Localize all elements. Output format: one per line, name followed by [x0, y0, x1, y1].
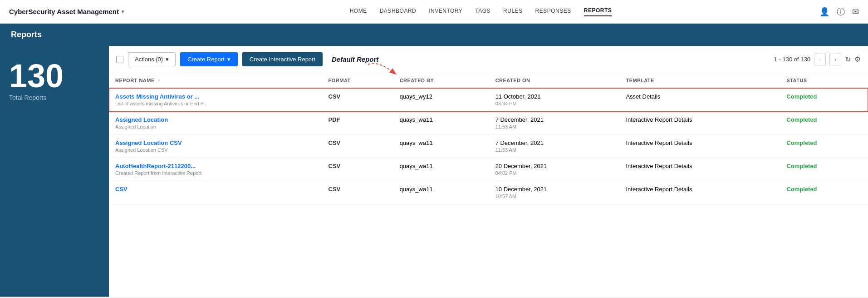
cell-template-2: Interactive Report Details: [619, 135, 780, 158]
report-sub-1: Assigned Location: [115, 124, 316, 129]
nav-link-inventory[interactable]: INVENTORY: [429, 8, 462, 16]
col-report-name[interactable]: REPORT NAME ↑: [109, 73, 322, 88]
nav-link-rules[interactable]: RULES: [503, 8, 523, 16]
app-title[interactable]: CyberSecurity Asset Management ▾: [9, 8, 124, 15]
cell-name-2: Assigned Location CSV Assigned Location …: [109, 135, 322, 158]
report-link-3[interactable]: AutoHealthReport-2112200...: [115, 163, 316, 169]
table-row[interactable]: Assigned Location Assigned Location PDF …: [109, 112, 868, 135]
help-icon[interactable]: ⓘ: [837, 6, 845, 17]
table-row[interactable]: AutoHealthReport-2112200... Created Repo…: [109, 158, 868, 181]
refresh-icon[interactable]: ↻: [845, 55, 851, 64]
cell-template-3: Interactive Report Details: [619, 158, 780, 181]
actions-label: Actions (0): [135, 56, 163, 63]
cell-format-1: PDF: [322, 112, 393, 135]
cell-template-4: Interactive Report Details: [619, 181, 780, 204]
col-format: FORMAT: [322, 73, 393, 88]
cell-name-3: AutoHealthReport-2112200... Created Repo…: [109, 158, 322, 181]
cell-created-on-3: 20 December, 2021 04:02 PM: [489, 158, 620, 181]
pagination-text: 1 - 130 of 130: [774, 56, 810, 63]
cell-format-3: CSV: [322, 158, 393, 181]
cell-status-1: Completed: [780, 112, 868, 135]
toolbar: Actions (0) ▾ Create Report ▾ Create Int…: [109, 46, 868, 73]
cell-created-by-0: quays_wy12: [393, 88, 489, 112]
cell-time-4: 10:57 AM: [495, 194, 516, 199]
report-link-4[interactable]: CSV: [115, 186, 316, 193]
create-report-chevron: ▾: [227, 56, 230, 63]
table-row[interactable]: Assets Missing Antivirus or ... List of …: [109, 88, 868, 112]
nav-icons: 👤 ⓘ ✉: [819, 6, 859, 17]
cell-created-by-2: quays_wa11: [393, 135, 489, 158]
col-created-by: CREATED BY: [393, 73, 489, 88]
report-link-2[interactable]: Assigned Location CSV: [115, 139, 316, 146]
cell-status-2: Completed: [780, 135, 868, 158]
prev-page-button[interactable]: ‹: [814, 54, 826, 65]
next-page-button[interactable]: ›: [829, 54, 841, 65]
create-report-label: Create Report: [187, 56, 225, 63]
cell-template-0: Asset Details: [619, 88, 780, 112]
col-status: STATUS: [780, 73, 868, 88]
page-header: Reports: [0, 24, 868, 46]
cell-time-2: 11:53 AM: [495, 147, 516, 153]
select-all-checkbox[interactable]: [116, 56, 123, 63]
cell-created-on-0: 11 October, 2021 03:34 PM: [489, 88, 620, 112]
top-navigation: CyberSecurity Asset Management ▾ HOMEDAS…: [0, 0, 868, 24]
report-sub-3: Created Report from Interactive Report: [115, 170, 316, 176]
pagination-info: 1 - 130 of 130 ‹ › ↻ ⚙: [774, 54, 861, 65]
cell-time-1: 11:53 AM: [495, 124, 516, 129]
sidebar: 130 Total Reports: [0, 46, 109, 297]
reports-table: REPORT NAME ↑ FORMAT CREATED BY CREATED …: [109, 73, 868, 204]
cell-time-0: 03:34 PM: [495, 101, 517, 106]
cell-status-3: Completed: [780, 158, 868, 181]
create-report-button[interactable]: Create Report ▾: [180, 52, 238, 66]
create-interactive-label: Create Interactive Report: [250, 56, 315, 63]
cell-format-4: CSV: [322, 181, 393, 204]
cell-name-0: Assets Missing Antivirus or ... List of …: [109, 88, 322, 112]
create-interactive-report-button[interactable]: Create Interactive Report: [242, 52, 323, 66]
cell-status-0: Completed: [780, 88, 868, 112]
cell-status-4: Completed: [780, 181, 868, 204]
nav-link-dashboard[interactable]: DASHBOARD: [380, 8, 417, 16]
table-body: Assets Missing Antivirus or ... List of …: [109, 88, 868, 204]
cell-created-on-1: 7 December, 2021 11:53 AM: [489, 112, 620, 135]
page-title: Reports: [11, 30, 42, 39]
actions-button[interactable]: Actions (0) ▾: [128, 52, 176, 66]
settings-icon[interactable]: ⚙: [854, 55, 861, 64]
cell-created-by-3: quays_wa11: [393, 158, 489, 181]
cell-format-0: CSV: [322, 88, 393, 112]
cell-name-4: CSV: [109, 181, 322, 204]
cell-format-2: CSV: [322, 135, 393, 158]
report-link-1[interactable]: Assigned Location: [115, 116, 316, 123]
cell-created-on-4: 10 December, 2021 10:57 AM: [489, 181, 620, 204]
user-icon[interactable]: 👤: [819, 7, 829, 17]
table-header: REPORT NAME ↑ FORMAT CREATED BY CREATED …: [109, 73, 868, 88]
report-sub-0: List of assets missing Antivirus or End …: [115, 101, 316, 106]
mail-icon[interactable]: ✉: [852, 7, 859, 17]
report-sub-2: Assigned Location CSV: [115, 147, 316, 153]
report-link-0[interactable]: Assets Missing Antivirus or ...: [115, 93, 316, 100]
app-title-text: CyberSecurity Asset Management: [9, 8, 119, 15]
cell-created-by-4: quays_wa11: [393, 181, 489, 204]
sort-icon-name: ↑: [158, 78, 161, 83]
cell-name-1: Assigned Location Assigned Location: [109, 112, 322, 135]
cell-created-on-2: 7 December, 2021 11:53 AM: [489, 135, 620, 158]
actions-chevron: ▾: [166, 56, 169, 63]
total-count: 130: [9, 60, 100, 92]
col-created-on: CREATED ON: [489, 73, 620, 88]
table-wrapper: REPORT NAME ↑ FORMAT CREATED BY CREATED …: [109, 73, 868, 204]
content-area: Actions (0) ▾ Create Report ▾ Create Int…: [109, 46, 868, 297]
total-label: Total Reports: [9, 94, 100, 101]
main-layout: 130 Total Reports Actions (0) ▾ Create R…: [0, 46, 868, 297]
table-row[interactable]: Assigned Location CSV Assigned Location …: [109, 135, 868, 158]
nav-link-tags[interactable]: TAGS: [475, 8, 490, 16]
col-template: TEMPLATE: [619, 73, 780, 88]
nav-link-responses[interactable]: RESPONSES: [535, 8, 571, 16]
cell-time-3: 04:02 PM: [495, 170, 517, 176]
nav-link-home[interactable]: HOME: [350, 8, 367, 16]
nav-link-reports[interactable]: REPORTS: [584, 7, 612, 16]
nav-links: HOMEDASHBOARDINVENTORYTAGSRULESRESPONSES…: [142, 7, 819, 16]
cell-template-1: Interactive Report Details: [619, 112, 780, 135]
cell-created-by-1: quays_wa11: [393, 112, 489, 135]
app-title-chevron[interactable]: ▾: [122, 9, 124, 14]
table-row[interactable]: CSV CSV quays_wa11 10 December, 2021 10:…: [109, 181, 868, 204]
